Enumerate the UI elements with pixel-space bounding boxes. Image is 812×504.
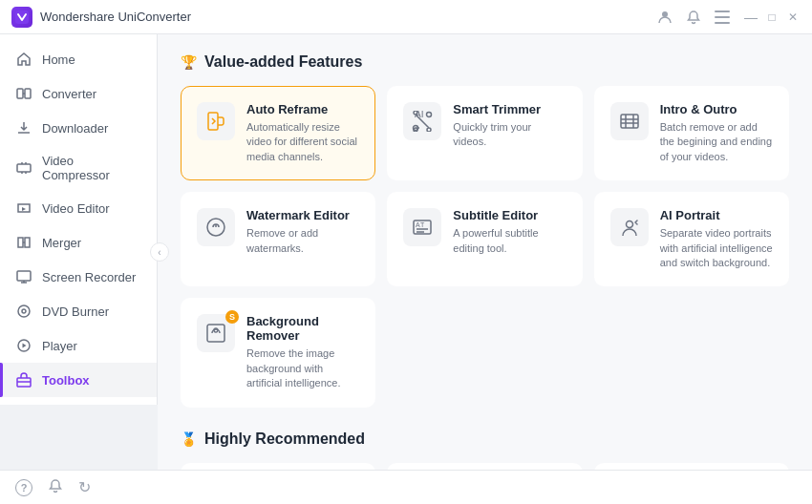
user-icon[interactable]	[657, 10, 673, 25]
svg-rect-0	[15, 10, 29, 24]
minimize-button[interactable]: —	[743, 10, 759, 25]
merger-icon	[15, 234, 32, 251]
help-button[interactable]: ?	[15, 479, 32, 496]
feature-subtitle-editor[interactable]: A T Subtitle Editor A powerful subtitle …	[387, 192, 582, 286]
background-remover-icon: S	[197, 314, 235, 352]
svg-rect-8	[17, 271, 31, 281]
sidebar-item-converter[interactable]: Converter	[0, 76, 157, 111]
app-title: Wondershare UniConverter	[40, 10, 191, 24]
sidebar-item-toolbox[interactable]: Toolbox	[0, 363, 157, 397]
background-remover-body: Background Remover Remove the image back…	[246, 314, 359, 390]
sidebar-item-merger[interactable]: Merger	[0, 225, 157, 260]
auto-reframe-desc: Automatically resize video for different…	[246, 120, 359, 164]
value-added-title: Value-added Features	[204, 53, 362, 71]
refresh-bottom-icon[interactable]: ↻	[78, 478, 91, 496]
converter-icon	[15, 85, 32, 102]
highly-recommended-grid: Image Converter Convert images to other …	[181, 463, 789, 470]
svg-rect-4	[715, 22, 730, 24]
sidebar-label-converter: Converter	[42, 87, 96, 101]
svg-rect-23	[207, 325, 224, 342]
sidebar-label-home: Home	[42, 52, 75, 67]
player-icon	[15, 337, 32, 354]
intro-outro-desc: Batch remove or add the begining and end…	[660, 120, 773, 164]
svg-rect-13	[208, 113, 218, 130]
smart-trimmer-title: Smart Trimmer	[453, 102, 566, 116]
content-area: 🏆 Value-added Features Auto Reframe Auto…	[158, 34, 812, 470]
feature-gif-maker[interactable]: GIF GIF Maker Make GIF from videos or pi…	[387, 463, 582, 470]
window-buttons: — □ ✕	[743, 10, 801, 25]
svg-point-22	[626, 221, 632, 228]
subtitle-editor-title: Subtitle Editor	[453, 208, 566, 222]
main-layout: Home Converter Downloader Video Compress…	[0, 34, 812, 470]
feature-fix-media-metadata[interactable]: Fix Media Metadata Auto-fix and edit met…	[594, 463, 789, 470]
sidebar-item-home[interactable]: Home	[0, 42, 157, 76]
notification-icon[interactable]	[686, 10, 701, 25]
feature-background-remover[interactable]: S Background Remover Remove the image ba…	[181, 298, 375, 407]
ai-portrait-icon	[610, 208, 649, 246]
value-added-icon: 🏆	[181, 54, 197, 70]
sidebar-label-merger: Merger	[42, 236, 81, 250]
close-button[interactable]: ✕	[785, 10, 801, 25]
svg-point-9	[18, 305, 30, 317]
highly-recommended-header: 🏅 Highly Recommended	[181, 430, 789, 448]
feature-image-converter[interactable]: Image Converter Convert images to other …	[181, 463, 375, 470]
sidebar-item-dvd-burner[interactable]: DVD Burner	[0, 294, 157, 328]
sidebar: Home Converter Downloader Video Compress…	[0, 34, 158, 405]
svg-rect-3	[715, 16, 730, 18]
smart-trimmer-body: Smart Trimmer Quickly trim your videos.	[453, 102, 566, 150]
auto-reframe-body: Auto Reframe Automatically resize video …	[246, 102, 359, 164]
auto-reframe-icon	[197, 102, 235, 140]
auto-reframe-title: Auto Reframe	[246, 102, 359, 116]
svg-rect-6	[25, 89, 31, 98]
sidebar-collapse-button[interactable]: ‹	[150, 242, 169, 262]
video-editor-icon	[15, 200, 32, 217]
toolbox-icon	[15, 371, 32, 388]
feature-smart-trimmer[interactable]: AI Smart Trimmer Quickly trim your video…	[387, 86, 582, 180]
feature-auto-reframe[interactable]: Auto Reframe Automatically resize video …	[181, 86, 375, 180]
feature-ai-portrait[interactable]: AI Portrait Separate video portraits wit…	[594, 192, 789, 286]
subtitle-editor-body: Subtitle Editor A powerful subtitle edit…	[453, 208, 566, 256]
feature-intro-outro[interactable]: Intro & Outro Batch remove or add the be…	[594, 86, 789, 180]
svg-point-1	[662, 11, 668, 17]
background-remover-badge: S	[225, 310, 239, 324]
sidebar-label-video-compressor: Video Compressor	[42, 154, 141, 182]
sidebar-label-toolbox: Toolbox	[42, 373, 90, 388]
titlebar: Wondershare UniConverter — □ ✕	[0, 0, 812, 34]
sidebar-label-screen-recorder: Screen Recorder	[42, 270, 136, 284]
svg-text:T: T	[420, 221, 425, 228]
sidebar-item-video-compressor[interactable]: Video Compressor	[0, 145, 157, 191]
video-compressor-icon	[15, 159, 32, 177]
highly-recommended-icon: 🏅	[181, 431, 197, 447]
downloader-icon	[15, 119, 32, 136]
subtitle-editor-icon: A T	[403, 208, 441, 246]
svg-point-15	[427, 113, 432, 117]
intro-outro-body: Intro & Outro Batch remove or add the be…	[660, 102, 773, 164]
watermark-editor-title: Watermark Editor	[246, 208, 359, 222]
ai-portrait-desc: Separate video portraits with artificial…	[660, 226, 773, 270]
svg-rect-17	[621, 115, 638, 128]
sidebar-wrapper: Home Converter Downloader Video Compress…	[0, 34, 158, 470]
notification-bottom-icon[interactable]	[48, 478, 63, 496]
smart-trimmer-desc: Quickly trim your videos.	[453, 120, 566, 150]
svg-rect-5	[17, 89, 23, 98]
sidebar-item-video-editor[interactable]: Video Editor	[0, 191, 157, 225]
home-icon	[15, 51, 32, 68]
sidebar-item-player[interactable]: Player	[0, 328, 157, 363]
feature-watermark-editor[interactable]: Watermark Editor Remove or add watermark…	[181, 192, 375, 286]
maximize-button[interactable]: □	[764, 10, 780, 25]
sidebar-label-video-editor: Video Editor	[42, 201, 110, 216]
titlebar-left: Wondershare UniConverter	[11, 7, 191, 28]
sidebar-label-player: Player	[42, 339, 77, 353]
watermark-editor-icon	[197, 208, 235, 246]
bottom-bar: ? ↻	[0, 470, 812, 504]
value-added-grid: Auto Reframe Automatically resize video …	[181, 86, 789, 408]
sidebar-item-screen-recorder[interactable]: Screen Recorder	[0, 260, 157, 294]
value-added-header: 🏆 Value-added Features	[181, 53, 789, 71]
svg-text:AI: AI	[415, 111, 423, 119]
sidebar-item-downloader[interactable]: Downloader	[0, 111, 157, 145]
highly-recommended-title: Highly Recommended	[204, 430, 365, 448]
watermark-editor-desc: Remove or add watermarks.	[246, 226, 359, 256]
dvd-burner-icon	[15, 303, 32, 320]
screen-recorder-icon	[15, 268, 32, 285]
menu-icon[interactable]	[715, 10, 730, 25]
